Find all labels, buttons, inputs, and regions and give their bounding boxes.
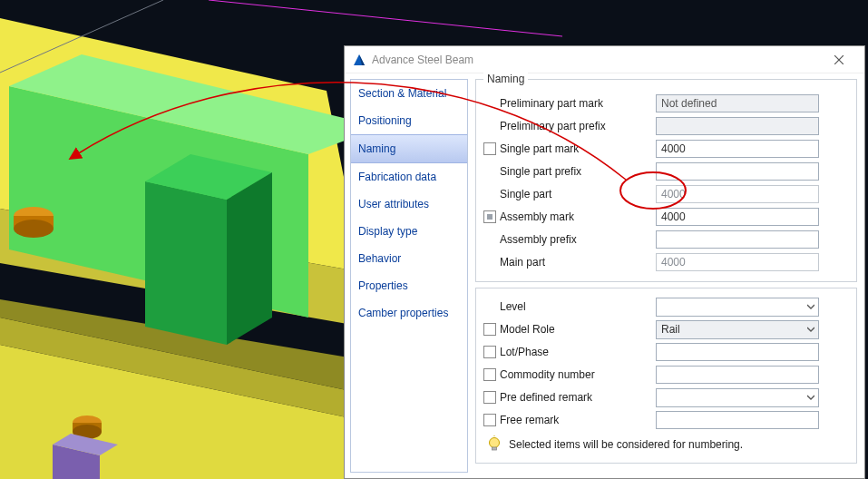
chevron-down-icon [807,394,814,401]
checkbox-single-mark[interactable] [483,142,496,155]
input-assembly-prefix[interactable] [656,230,819,249]
label-model-role: Model Role [500,323,636,336]
label-prelim-mark: Preliminary part mark [500,97,636,110]
input-assembly-mark[interactable] [656,208,819,226]
app-icon [352,53,366,67]
nav-positioning[interactable]: Positioning [351,107,467,134]
chevron-down-icon [807,303,814,310]
nav-naming[interactable]: Naming [351,134,467,163]
label-single-part: Single part [500,188,636,200]
input-single-prefix[interactable] [656,162,819,181]
checkbox-predef-remark[interactable] [483,391,496,404]
svg-marker-11 [227,172,272,345]
svg-rect-26 [493,447,497,450]
nav-behavior[interactable]: Behavior [351,245,467,272]
label-single-prefix: Single part prefix [500,165,636,178]
close-button[interactable] [821,47,857,73]
label-main-part: Main part [500,256,636,269]
checkbox-free-remark[interactable] [483,414,496,426]
label-prelim-prefix: Preliminary part prefix [500,120,636,132]
combo-level[interactable] [656,298,819,317]
label-level: Level [500,300,636,313]
nav-user-attributes[interactable]: User attributes [351,191,467,218]
input-prelim-prefix [656,117,819,135]
svg-point-14 [14,220,54,238]
svg-marker-9 [145,181,227,345]
input-lot-phase[interactable] [656,343,819,361]
label-assembly-mark: Assembly mark [500,210,636,223]
input-single-mark[interactable] [656,140,819,158]
group-naming-title: Naming [483,73,528,85]
combo-model-role-value: Rail [661,323,680,336]
group-misc: Level Model Role Rail [475,288,857,464]
svg-point-25 [490,438,500,448]
input-free-remark[interactable] [656,411,819,429]
footer-note: Selected items will be considered for nu… [509,438,743,451]
nav-properties[interactable]: Properties [351,272,467,299]
footer-note-row: Selected items will be considered for nu… [483,432,849,455]
chevron-down-icon [807,326,814,333]
nav-display-type[interactable]: Display type [351,218,467,245]
beam-properties-dialog: Advance Steel Beam Section & Material Po… [344,45,865,479]
dialog-title: Advance Steel Beam [372,54,473,66]
combo-model-role[interactable]: Rail [656,320,819,339]
combo-predef-remark[interactable] [656,388,819,407]
label-predef-remark: Pre defined remark [500,391,636,404]
nav-section-material[interactable]: Section & Material [351,80,467,107]
category-nav: Section & Material Positioning Naming Fa… [350,79,468,473]
nav-fabrication[interactable]: Fabrication data [351,163,467,191]
checkbox-model-role[interactable] [483,323,496,336]
label-free-remark: Free remark [500,414,636,426]
label-assembly-prefix: Assembly prefix [500,233,636,246]
lightbulb-icon [485,435,503,454]
input-prelim-mark [656,94,819,112]
checkbox-lot-phase[interactable] [483,346,496,358]
dialog-titlebar[interactable]: Advance Steel Beam [345,46,864,73]
nav-camber[interactable]: Camber properties [351,299,467,327]
input-single-part [656,185,819,203]
checkbox-commodity[interactable] [483,368,496,381]
input-main-part [656,253,819,271]
label-lot-phase: Lot/Phase [500,346,636,358]
group-naming: Naming Preliminary part mark Preliminary… [475,79,857,282]
input-commodity[interactable] [656,366,819,384]
label-single-mark: Single part mark [500,142,636,155]
close-icon [834,55,844,64]
label-commodity: Commodity number [500,368,636,381]
checkbox-assembly-mark[interactable] [483,210,496,223]
